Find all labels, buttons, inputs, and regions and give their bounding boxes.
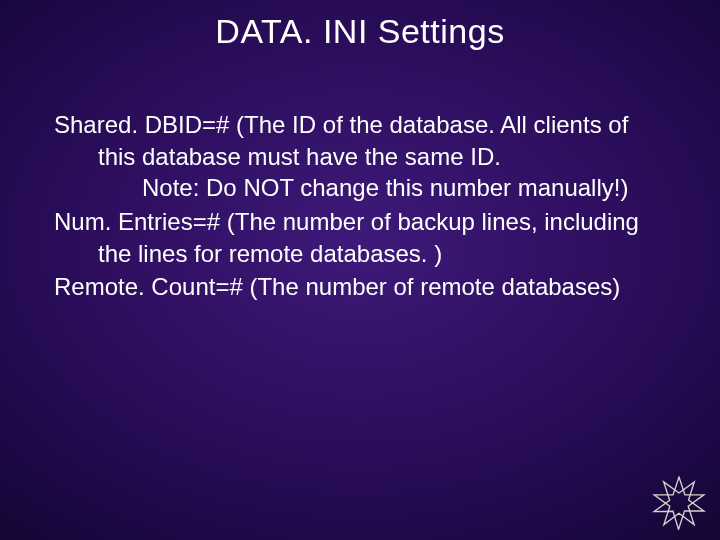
setting-entry-num-entries: Num. Entries=# (The number of backup lin… (54, 206, 660, 269)
entry-note: Note: Do NOT change this number manually… (98, 172, 660, 204)
entry-text: Shared. DBID=# (The ID of the database. … (54, 111, 628, 170)
star-icon (652, 476, 706, 530)
entry-text: Remote. Count=# (The number of remote da… (54, 273, 620, 300)
setting-entry-shared-dbid: Shared. DBID=# (The ID of the database. … (54, 109, 660, 204)
slide-body: Shared. DBID=# (The ID of the database. … (0, 51, 720, 303)
slide-title: DATA. INI Settings (0, 0, 720, 51)
setting-entry-remote-count: Remote. Count=# (The number of remote da… (54, 271, 660, 303)
svg-marker-0 (654, 477, 704, 525)
entry-text: Num. Entries=# (The number of backup lin… (54, 208, 639, 267)
slide: DATA. INI Settings Shared. DBID=# (The I… (0, 0, 720, 540)
svg-marker-1 (652, 476, 706, 530)
